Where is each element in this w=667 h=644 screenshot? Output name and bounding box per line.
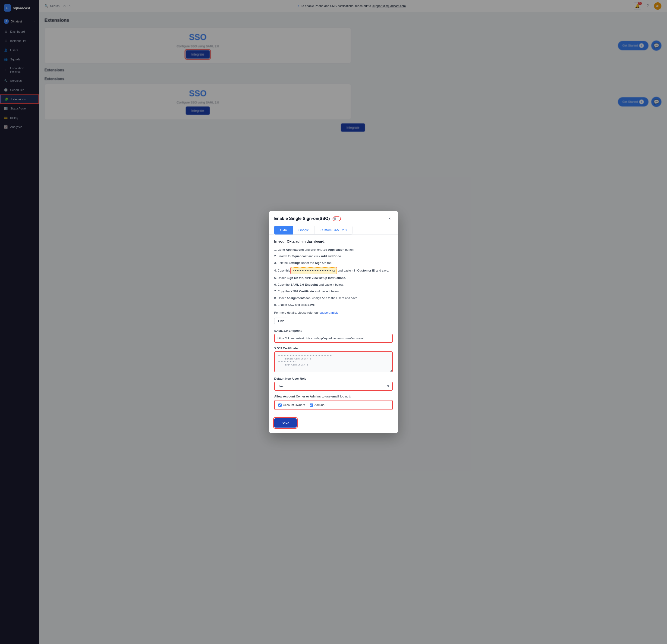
account-owners-checkbox-label[interactable]: Account Owners <box>278 403 305 407</box>
instruction-9: Enable SSO and click Save. <box>274 302 393 308</box>
allow-label: Allow Account Owner or Admins to use ema… <box>274 394 393 398</box>
toggle-knob <box>334 217 336 220</box>
instruction-7: Copy the X.509 Certificate and paste it … <box>274 288 393 295</box>
modal-title-row: Enable Single Sign-on(SSO) <box>274 216 341 221</box>
close-button[interactable]: × <box>386 215 393 222</box>
modal-header: Enable Single Sign-on(SSO) × <box>269 211 398 222</box>
account-owners-label: Account Owners <box>283 403 305 407</box>
instructions-title: In your Okta admin dashboard, <box>274 240 393 243</box>
tab-google[interactable]: Google <box>293 226 315 234</box>
tab-okta[interactable]: Okta <box>274 226 293 234</box>
hide-button[interactable]: Hide <box>274 318 288 324</box>
support-text: For more details, please refer our suppo… <box>274 311 393 314</box>
copy-icon[interactable]: ⧉ <box>332 268 335 273</box>
saml-endpoint-label: SAML 2.0 Endpoint <box>274 329 393 332</box>
instruction-2: Search for Squadcast and click Add and D… <box>274 253 393 260</box>
info-icon: ℹ <box>349 394 351 398</box>
modal-body: In your Okta admin dashboard, Go to Appl… <box>269 235 398 329</box>
main-content: 🔍 Search ⌘ + K ℹ To enable Phone and SMS… <box>39 0 667 644</box>
modal-title: Enable Single Sign-on(SSO) <box>274 216 330 221</box>
cert-label: X.509 Certificate <box>274 347 393 350</box>
admins-label: Admins <box>314 403 324 407</box>
cert-textarea[interactable]: •••••••••••••••••••••••••••••••••••• ---… <box>274 351 393 372</box>
form-section: SAML 2.0 Endpoint X.509 Certificate ••••… <box>269 329 398 418</box>
modal-overlay: Enable Single Sign-on(SSO) × Okta Google… <box>39 0 667 644</box>
customer-id-code: ••••••••••••••••••••••• ⧉ <box>291 267 337 274</box>
allow-label-text: Allow Account Owner or Admins to use ema… <box>274 395 348 398</box>
allow-group: Allow Account Owner or Admins to use ema… <box>274 394 393 410</box>
instruction-3: Edit the Settings under the Sign On tab. <box>274 260 393 266</box>
admins-checkbox-label[interactable]: Admins <box>310 403 324 407</box>
checkbox-group: Account Owners Admins <box>274 400 393 410</box>
role-select-wrapper: User Admin Stakeholder ▼ <box>274 382 393 391</box>
support-article-link[interactable]: support article <box>320 311 339 314</box>
save-button[interactable]: Save <box>274 418 297 428</box>
saml-endpoint-input[interactable] <box>274 334 393 343</box>
instruction-1: Go to Applications and click on Add Appl… <box>274 247 393 253</box>
sso-toggle[interactable] <box>332 216 341 221</box>
cert-group: X.509 Certificate ••••••••••••••••••••••… <box>274 347 393 373</box>
role-label: Default New User Role <box>274 377 393 380</box>
modal-footer: Save <box>269 418 398 433</box>
instruction-4: Copy this ••••••••••••••••••••••• ⧉ and … <box>274 266 393 275</box>
role-group: Default New User Role User Admin Stakeho… <box>274 377 393 391</box>
tab-custom-saml[interactable]: Custom SAML 2.0 <box>315 226 353 234</box>
role-select[interactable]: User Admin Stakeholder <box>274 382 393 391</box>
instructions-list: Go to Applications and click on Add Appl… <box>274 247 393 308</box>
saml-endpoint-group: SAML 2.0 Endpoint <box>274 329 393 343</box>
modal: Enable Single Sign-on(SSO) × Okta Google… <box>269 211 398 433</box>
instruction-8: Under Assignments tab, Assign App to the… <box>274 295 393 302</box>
instruction-5: Under Sign On tab, click View setup inst… <box>274 275 393 281</box>
modal-tabs: Okta Google Custom SAML 2.0 <box>269 222 398 235</box>
instruction-6: Copy the SAML 2.0 Endpoint and paste it … <box>274 281 393 288</box>
account-owners-checkbox[interactable] <box>278 403 282 407</box>
admins-checkbox[interactable] <box>310 403 313 407</box>
